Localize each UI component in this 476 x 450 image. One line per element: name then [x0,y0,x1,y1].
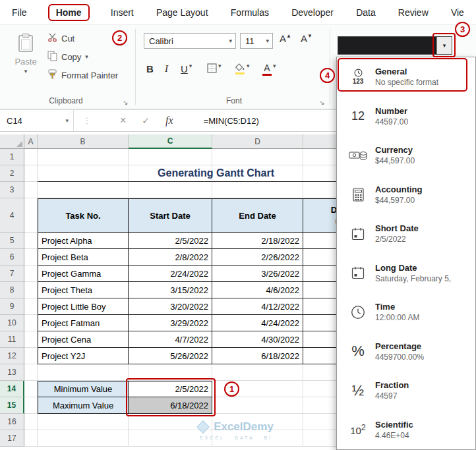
row-header-11[interactable]: 11 [0,331,24,348]
format-option-long-date[interactable]: Long Date Saturday, February 5, [337,254,475,293]
font-name-select[interactable]: Calibri ▾ [144,33,236,49]
row-header-15[interactable]: 15 [0,397,24,414]
cell-start-date[interactable]: 3/15/2022 [129,282,212,298]
row-header-16[interactable]: 16 [0,414,24,430]
row-header-10[interactable]: 10 [0,315,24,331]
borders-button[interactable]: ▾ [207,63,222,79]
format-option-accounting[interactable]: Accounting $44,597.00 [337,175,475,215]
cell-start-date[interactable]: 3/29/2022 [129,315,212,331]
row-header-17[interactable]: 17 [0,430,24,447]
chevron-down-icon: ▾ [24,69,28,74]
row-header-5[interactable]: 5 [0,233,24,249]
font-size-select[interactable]: 11 ▾ [240,33,273,49]
cell-start-date[interactable]: 2/24/2022 [129,266,212,282]
select-all-button[interactable] [0,134,24,149]
font-dialog-launcher-icon[interactable]: ↘ [319,99,324,106]
format-option-short-date[interactable]: Short Date 2/5/2022 [337,214,475,254]
column-header-B[interactable]: B [38,134,129,149]
paste-button[interactable]: Paste ▾ [8,30,44,74]
cell-end-date[interactable]: 4/6/2022 [212,282,303,298]
format-option-number[interactable]: 12 Number 44597.00 [337,97,475,136]
bold-button[interactable]: B [146,63,154,79]
tab-file[interactable]: File [11,4,28,21]
row-header-14[interactable]: 14 [0,381,24,397]
format-option-percentage[interactable]: % Percentage 4459700.00% [337,332,475,372]
underline-label: U [181,63,188,74]
header-start-date[interactable]: Start Date [129,198,212,233]
format-option-currency[interactable]: Currency $44,597.00 [337,136,475,175]
format-option-sample: $44,597.00 [375,196,423,205]
format-option-sample: 44597.00 [375,117,408,127]
row-header-8[interactable]: 8 [0,282,24,298]
tab-developer[interactable]: Developer [290,4,335,21]
increase-font-size-button[interactable]: A▲ [280,33,291,44]
cell-task[interactable]: Project Y2J [38,348,129,364]
format-option-time[interactable]: Time 12:00:00 AM [337,293,475,332]
cell-start-date[interactable]: 2/8/2022 [129,249,212,266]
header-end-date[interactable]: End Date [212,198,303,233]
cell-start-date[interactable]: 5/26/2022 [129,348,212,364]
fill-color-button[interactable]: ▾ [235,63,250,79]
tab-formulas[interactable]: Formulas [229,4,270,21]
underline-button[interactable]: U ▾ [181,63,192,79]
format-option-sample: 4.46E+04 [375,431,413,440]
cut-button[interactable]: Cut [47,30,74,46]
format-painter-button[interactable]: Format Painter [47,67,118,83]
decrease-font-size-button[interactable]: A▼ [301,33,312,44]
clipboard-dialog-launcher-icon[interactable]: ↘ [123,99,128,106]
cell-task[interactable]: Project Fatman [38,315,129,331]
row-header-2[interactable]: 2 [0,165,24,182]
cell-end-date[interactable]: 2/26/2022 [212,249,303,266]
row-header-6[interactable]: 6 [0,249,24,266]
cell-task[interactable]: Project Gamma [38,266,129,282]
cell-task[interactable]: Project Cena [38,331,129,348]
column-header-C[interactable]: C [129,134,212,149]
cell-task[interactable]: Project Beta [38,249,129,266]
cell-task[interactable]: Project Little Boy [38,298,129,315]
cell-end-date[interactable]: 4/12/2022 [212,298,303,315]
cell-end-date[interactable]: 3/26/2022 [212,266,303,282]
format-option-fraction[interactable]: ½ Fraction 44597 [337,371,475,410]
tab-review[interactable]: Review [397,4,430,21]
tab-data[interactable]: Data [355,4,377,21]
cell-start-date[interactable]: 3/20/2022 [129,298,212,315]
cell-end-date[interactable]: 2/18/2022 [212,233,303,249]
insert-function-icon[interactable]: fx [165,115,173,127]
format-option-sample: $44,597.00 [375,156,415,165]
enter-icon[interactable]: ✓ [142,115,150,126]
cell-task[interactable]: Project Alpha [38,233,129,249]
cell-start-date[interactable]: 2/5/2022 [129,233,212,249]
tab-view[interactable]: Vie [450,4,465,21]
cell-min-label[interactable]: Minimum Value [38,381,129,397]
chevron-down-icon: ▾ [189,63,193,69]
row-header-9[interactable]: 9 [0,298,24,315]
row-header-12[interactable]: 12 [0,348,24,364]
format-option-scientific[interactable]: 102 Scientific 4.46E+04 [337,410,475,450]
cell-end-date[interactable]: 4/30/2022 [212,331,303,348]
cancel-icon[interactable]: × [120,115,126,127]
row-header-7[interactable]: 7 [0,266,24,282]
tab-page-layout[interactable]: Page Layout [155,4,210,21]
cell-start-date[interactable]: 4/7/2022 [129,331,212,348]
italic-button[interactable]: I [165,63,168,79]
tab-home[interactable]: Home [48,4,90,21]
tab-insert[interactable]: Insert [109,4,135,21]
copy-button[interactable]: Copy ▾ [47,49,88,65]
formula-input[interactable]: =MIN(C5:D12) [204,116,259,126]
long-date-format-icon [341,266,375,279]
cell-task[interactable]: Project Theta [38,282,129,298]
name-box[interactable]: C14 ▾ [0,110,74,131]
column-header-D[interactable]: D [212,134,303,149]
row-header-13[interactable]: 13 [0,364,24,381]
row-header-4[interactable]: 4 [0,198,24,233]
row-header-1[interactable]: 1 [0,149,24,165]
percentage-format-icon: % [341,343,375,360]
row-header-3[interactable]: 3 [0,182,24,198]
formula-bar-handle[interactable]: ⋮ [83,116,91,125]
cell-end-date[interactable]: 4/24/2022 [212,315,303,331]
font-color-button[interactable]: A ▾ [262,63,276,79]
cell-end-date[interactable]: 6/18/2022 [212,348,303,364]
header-task-no[interactable]: Task No. [38,198,129,233]
column-header-A[interactable]: A [24,134,38,149]
cell-max-label[interactable]: Maximum Value [38,397,129,414]
